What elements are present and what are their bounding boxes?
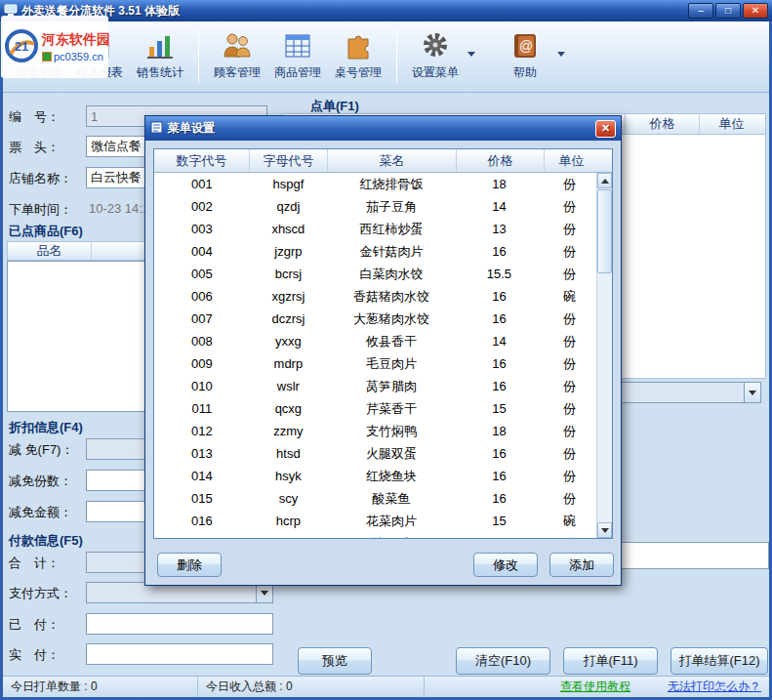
menu-cell: 007 (154, 308, 250, 330)
payment-group-title: 付款信息(F5) (9, 532, 83, 550)
shop-name-label: 店铺名称： (9, 170, 72, 187)
menu-cell: 份 (543, 308, 596, 330)
menu-row[interactable]: 001hspgf红烧排骨饭18份 (154, 173, 596, 195)
menu-col-unit[interactable]: 单位 (545, 149, 598, 172)
discount-group-title: 折扣信息(F4) (9, 419, 83, 436)
toolbar-label: 顾客管理 (214, 64, 261, 81)
menu-cell: 16 (456, 442, 544, 465)
modify-button[interactable]: 修改 (473, 553, 538, 577)
menu-col-dish-name[interactable]: 菜名 (328, 149, 457, 172)
menu-row[interactable]: 011qcxg芹菜香干15份 (154, 397, 596, 420)
ordered-col-name[interactable]: 品名 (8, 242, 92, 260)
menu-row[interactable]: 015scy酸菜鱼16份 (154, 487, 596, 510)
menu-cell: 份 (543, 240, 596, 263)
combo-arrow-icon[interactable] (744, 383, 760, 402)
menu-cell: 010 (154, 375, 250, 397)
settings-dropdown-caret-icon[interactable] (467, 52, 475, 61)
menu-row[interactable]: 012zzmy支竹焖鸭18份 (154, 420, 596, 442)
menu-row[interactable]: 006xgzrsj香菇猪肉水饺16碗 (154, 285, 596, 308)
menu-cell: mdrp (250, 352, 328, 375)
menu-col-letter-code[interactable]: 字母代号 (250, 149, 328, 172)
statusbar: 今日打单数量 : 0 今日收入总额 : 0 查看使用教程 无法打印怎么办？ (3, 676, 769, 697)
menu-cell: 份 (543, 352, 596, 375)
order-col-unit[interactable]: 单位 (699, 114, 763, 134)
print-help-link[interactable]: 无法打印怎么办？ (668, 679, 761, 695)
help-book-icon: @ (510, 30, 540, 62)
menu-cell: hsyk (250, 465, 328, 487)
menu-cell: 金针菇肉片 (327, 240, 455, 263)
svg-text:@: @ (519, 38, 533, 54)
menu-cell: 15 (456, 397, 544, 420)
puzzle-icon (344, 30, 373, 62)
menu-row[interactable]: 010wslr莴笋腊肉16份 (154, 375, 596, 397)
add-button[interactable]: 添加 (549, 553, 614, 577)
menu-cell: 013 (154, 442, 250, 465)
menu-cell: 017 (154, 532, 250, 538)
toolbar-customer-mgmt-button[interactable]: 顾客管理 (207, 25, 267, 86)
menu-cell: 份 (543, 195, 596, 218)
dialog-title: 菜单设置 (168, 120, 595, 137)
menu-cell: 份 (543, 465, 596, 487)
menu-row[interactable]: 017gbsjd干煸四季豆13份 (154, 532, 596, 538)
menu-table-body: 001hspgf红烧排骨饭18份002qzdj茄子豆角14份003xhscd西红… (154, 173, 596, 538)
scroll-up-icon[interactable] (597, 173, 612, 188)
menu-cell: 碗 (543, 510, 596, 532)
window-title: 外卖送餐分流软件 3.51 体验版 (21, 3, 688, 20)
toolbar-settings-menu-button[interactable]: 设置菜单 (405, 25, 466, 86)
maximize-button[interactable]: □ (715, 3, 741, 19)
menu-cell: 006 (154, 285, 250, 308)
menu-cell: 莴笋腊肉 (327, 375, 455, 397)
menu-settings-dialog: 菜单设置 ✕ 数字代号 字母代号 菜名 价格 单位 001hspgf红烧排骨饭1… (144, 115, 622, 586)
menu-col-numeric-code[interactable]: 数字代号 (154, 149, 250, 172)
close-button[interactable]: ✕ (743, 3, 768, 19)
shop-name-value: 白云快餐 (91, 169, 142, 186)
dialog-close-button[interactable]: ✕ (595, 120, 616, 138)
preview-button[interactable]: 预览 (298, 647, 372, 675)
ticket-header-label: 票 头： (9, 139, 60, 156)
menu-row[interactable]: 005bcrsj白菜肉水饺15.5份 (154, 263, 596, 285)
print-settle-button[interactable]: 打单结算(F12) (670, 647, 768, 675)
menu-cell: 14 (456, 330, 544, 352)
watermark-site-url: pc0359.cn (42, 51, 110, 62)
actual-paid-input[interactable] (86, 643, 273, 665)
menu-row[interactable]: 002qzdj茄子豆角14份 (154, 195, 596, 218)
scroll-down-icon[interactable] (597, 522, 612, 538)
menu-table-scrollbar[interactable] (596, 173, 612, 538)
paid-input[interactable] (86, 613, 273, 635)
dialog-icon (150, 121, 163, 137)
order-col-price[interactable]: 价格 (625, 114, 699, 134)
scroll-thumb[interactable] (597, 189, 612, 273)
toolbar-help-button[interactable]: @ 帮助 (495, 25, 555, 86)
toolbar-sales-stats-button[interactable]: 销售统计 (130, 25, 190, 86)
menu-cell: 014 (154, 465, 250, 487)
menu-cell: zzmy (250, 420, 328, 442)
toolbar-table-mgmt-button[interactable]: 桌号管理 (328, 25, 388, 86)
toolbar-separator (396, 28, 397, 83)
app-window: 外卖送餐分流软件 3.51 体验版 – □ ✕ 历史单据 收入报表 销售统计 (0, 0, 772, 700)
clear-button[interactable]: 清空(F10) (456, 647, 550, 675)
menu-col-price[interactable]: 价格 (457, 149, 545, 172)
menu-cell: 攸县香干 (327, 330, 455, 352)
menu-row[interactable]: 009mdrp毛豆肉片16份 (154, 352, 596, 375)
menu-row[interactable]: 008yxxg攸县香干14份 (154, 330, 596, 352)
menu-row[interactable]: 007dczrsj大葱猪肉水饺16份 (154, 308, 596, 330)
menu-row[interactable]: 014hsyk红烧鱼块16份 (154, 465, 596, 487)
menu-row[interactable]: 013htsd火腿双蛋16份 (154, 442, 596, 465)
print-button[interactable]: 打单(F11) (563, 647, 658, 675)
delete-button[interactable]: 删除 (157, 553, 222, 577)
menu-cell: 18 (456, 420, 544, 442)
tutorial-link[interactable]: 查看使用教程 (560, 679, 630, 695)
menu-cell: 008 (154, 330, 250, 352)
help-dropdown-caret-icon[interactable] (557, 52, 565, 61)
menu-row[interactable]: 004jzgrp金针菇肉片16份 (154, 240, 596, 263)
menu-row[interactable]: 016hcrp花菜肉片15碗 (154, 510, 596, 532)
menu-row[interactable]: 003xhscd西红柿炒蛋13份 (154, 218, 596, 240)
order-number-label: 编 号： (9, 108, 60, 126)
ticket-header-value: 微信点餐 (91, 138, 142, 155)
minimize-button[interactable]: – (688, 3, 713, 19)
combo-arrow-icon[interactable] (256, 583, 272, 602)
menu-cell: 大葱猪肉水饺 (327, 308, 455, 330)
bar-chart-icon (145, 30, 175, 62)
menu-cell: 001 (154, 173, 250, 195)
toolbar-product-mgmt-button[interactable]: 商品管理 (267, 25, 328, 86)
